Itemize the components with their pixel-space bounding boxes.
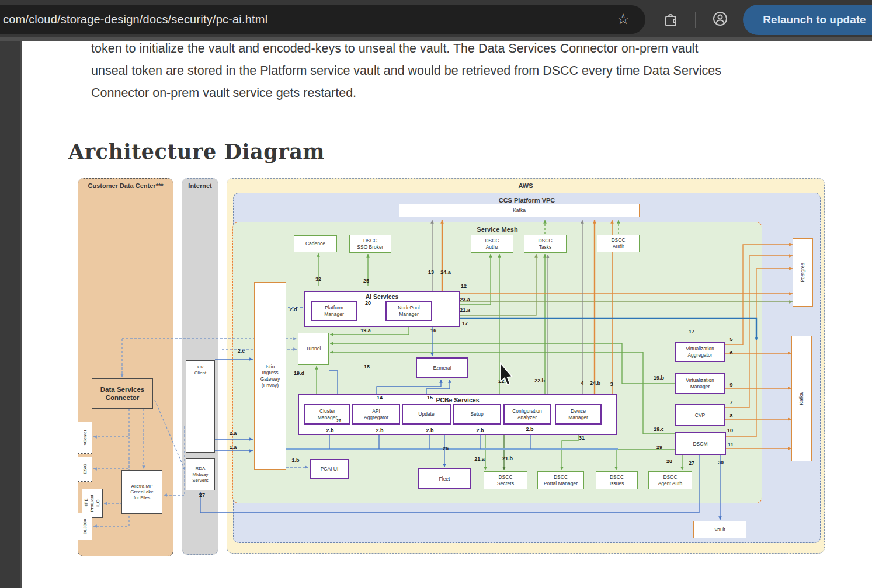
- box-label-dscc-secrets: DSCC Secrets: [497, 474, 514, 486]
- box-label-virtualization-aggregator: Virtualization Aggregator: [686, 346, 714, 358]
- box-dscc-agent-auth: DSCC Agent Auth: [648, 471, 692, 489]
- box-label-dscc-issues: DSCC Issues: [610, 474, 624, 486]
- edge-label-2.b: 2.b: [426, 427, 433, 433]
- edge-label-23.a: 23.a: [460, 297, 470, 302]
- edge-label-17: 17: [689, 329, 694, 335]
- edge-label-30: 30: [718, 460, 724, 465]
- edge-label-11: 11: [728, 441, 734, 447]
- container-label-customer-data-center: Customer Data Center***: [78, 182, 173, 189]
- box-label-cluster-manager: Cluster Manager: [318, 408, 338, 420]
- browser-window: com/cloud/storage-design/docs/security/p…: [0, 0, 872, 588]
- box-cluster-manager: Cluster Manager: [304, 404, 350, 425]
- edge-label-21.a: 21.a: [460, 307, 470, 313]
- box-dscc-tasks: DSCC Tasks: [524, 235, 567, 253]
- box-kafka-right: Kafka: [791, 336, 812, 461]
- box-cvp: CVP: [675, 404, 725, 426]
- box-dscc-issues: DSCC Issues: [596, 471, 638, 489]
- box-label-dscc-audit: DSCC Audit: [611, 237, 625, 249]
- box-dscc-secrets: DSCC Secrets: [484, 471, 527, 489]
- profile-icon[interactable]: [712, 11, 728, 27]
- box-dscc-portal-manager: DSCC Portal Manager: [537, 471, 584, 489]
- box-label-pcai-ui: PCAI UI: [321, 466, 339, 472]
- edge-label-2.b: 2.b: [476, 427, 484, 433]
- box-pcai-ui: PCAI UI: [310, 459, 349, 479]
- box-label-dscc-portal-manager: DSCC Portal Manager: [544, 474, 578, 486]
- box-label-dscc-authz: DSCC Authz: [485, 238, 499, 250]
- edge-label-29: 29: [656, 444, 662, 450]
- box-nodepool-manager: NodePool Manager: [385, 301, 432, 321]
- edge-label-27: 27: [689, 460, 694, 466]
- edge-label-21.a: 21.a: [474, 456, 485, 462]
- box-label-dscc-sso-broker: DSCC SSO Broker: [357, 238, 383, 250]
- box-label-update: Update: [418, 411, 434, 417]
- toolbar-divider: [695, 12, 696, 28]
- box-label-hpe-proliant-ilo: HPE ProLiant iLO: [84, 495, 101, 512]
- box-alletra-mp-greenlake: Alletra MP GreenLake for Files: [121, 470, 162, 514]
- container-label-aws: AWS: [227, 182, 824, 189]
- url-bar[interactable]: com/cloud/storage-design/docs/security/p…: [0, 5, 645, 34]
- box-kafka-bar: Kafka: [399, 204, 640, 217]
- box-dscc-authz: DSCC Authz: [471, 235, 513, 253]
- box-label-vcenter: vCenter: [82, 430, 88, 445]
- box-label-cadence: Cadence: [305, 241, 325, 247]
- edge-label-26: 26: [443, 446, 449, 451]
- edge-label-2.b: 2.b: [326, 427, 333, 433]
- edge-label-2.c: 2.c: [238, 348, 245, 354]
- edge-label-12: 12: [461, 283, 467, 289]
- edge-label-24.b: 24.b: [590, 380, 600, 386]
- box-postgres: Postgres: [793, 238, 813, 307]
- box-tunnel: Tunnel: [298, 333, 329, 365]
- box-label-virtualization-manager: Virtualization Manager: [686, 377, 714, 389]
- edge-label-10: 10: [727, 427, 733, 433]
- box-label-device-manager: Device Manager: [568, 408, 588, 420]
- box-dscc-audit: DSCC Audit: [597, 235, 640, 252]
- box-device-manager: Device Manager: [555, 404, 602, 425]
- container-label-service-mesh: Service Mesh: [233, 226, 762, 233]
- page-title: Architecture Diagram: [68, 140, 325, 163]
- left-dark-strip: [0, 41, 22, 588]
- edge-label-8: 8: [729, 413, 732, 419]
- box-dscm: DSCM: [675, 432, 726, 455]
- edge-label-3: 3: [610, 381, 613, 387]
- box-data-services-connector: Data Services Connector: [92, 378, 153, 409]
- extensions-icon[interactable]: [662, 11, 679, 27]
- relaunch-button[interactable]: Relaunch to update: [743, 5, 872, 35]
- box-update: Update: [402, 404, 451, 425]
- edge-label-32: 32: [315, 276, 321, 282]
- edge-label-1.b: 1.b: [291, 457, 299, 463]
- box-title-ai-services: AI Services: [305, 293, 459, 300]
- box-label-kafka-right: Kafka: [798, 392, 805, 405]
- box-label-postgres: Postgres: [800, 263, 806, 283]
- box-label-vault: Vault: [714, 527, 725, 533]
- box-label-configuration-analyzer: Configuration Analyzer: [512, 408, 542, 420]
- box-ezmeral: Ezmeral: [416, 357, 468, 378]
- edge-label-7: 7: [729, 399, 732, 405]
- edge-label-19.c: 19.c: [654, 426, 664, 432]
- box-dscc-sso-broker: DSCC SSO Broker: [349, 235, 391, 253]
- box-istio-ingress-gateway: Istio Ingress Gateway (Envoy): [254, 282, 286, 470]
- box-label-cvp: CVP: [695, 412, 705, 419]
- edge-label-4: 4: [581, 380, 583, 386]
- edge-label-31: 31: [579, 435, 585, 441]
- bookmark-star-icon[interactable]: ☆: [615, 11, 631, 27]
- edge-label-16: 16: [430, 328, 436, 333]
- box-vcenter: vCenter: [78, 422, 92, 454]
- box-dl380a: DL380A: [78, 513, 92, 540]
- url-text[interactable]: com/cloud/storage-design/docs/security/p…: [3, 13, 267, 26]
- edge-label-20: 20: [365, 300, 371, 306]
- box-cadence: Cadence: [294, 235, 337, 252]
- box-label-kafka-bar: Kafka: [513, 207, 526, 214]
- box-label-api-aggregator: API Aggregator: [364, 408, 388, 420]
- edge-label-22.a: 22.a: [498, 378, 509, 384]
- container-label-internet: Internet: [182, 182, 218, 189]
- box-label-data-services-connector: Data Services Connector: [100, 385, 144, 402]
- box-api-aggregator: API Aggregator: [352, 404, 400, 425]
- edge-label-17: 17: [462, 321, 468, 326]
- edge-label-2.a: 2.a: [230, 430, 237, 436]
- box-configuration-analyzer: Configuration Analyzer: [503, 404, 551, 425]
- box-platform-manager: Platform Manager: [311, 301, 357, 321]
- box-label-platform-manager: Platform Manager: [324, 305, 344, 317]
- edge-label-27: 27: [199, 492, 205, 498]
- edge-label-14: 14: [377, 395, 383, 401]
- edge-label-2.b: 2.b: [526, 426, 533, 432]
